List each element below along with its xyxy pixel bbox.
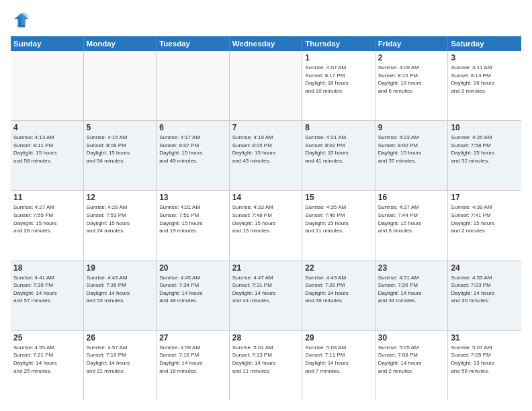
- empty-cell: [230, 51, 303, 120]
- day-cell-28: 28Sunrise: 5:01 AM Sunset: 7:13 PM Dayli…: [230, 331, 303, 400]
- day-info: Sunrise: 4:19 AM Sunset: 8:05 PM Dayligh…: [232, 134, 300, 165]
- day-number: 26: [87, 333, 154, 342]
- day-cell-29: 29Sunrise: 5:03 AM Sunset: 7:11 PM Dayli…: [302, 331, 375, 400]
- day-cell-31: 31Sunrise: 5:07 AM Sunset: 7:05 PM Dayli…: [448, 331, 521, 400]
- day-info: Sunrise: 4:39 AM Sunset: 7:41 PM Dayligh…: [451, 203, 519, 234]
- day-info: Sunrise: 4:15 AM Sunset: 8:09 PM Dayligh…: [87, 134, 154, 165]
- day-number: 27: [159, 333, 226, 342]
- day-number: 13: [159, 193, 226, 202]
- header-day-tuesday: Tuesday: [157, 36, 230, 51]
- day-number: 31: [451, 333, 519, 342]
- day-number: 8: [305, 123, 372, 132]
- day-info: Sunrise: 4:27 AM Sunset: 7:55 PM Dayligh…: [13, 203, 81, 234]
- day-info: Sunrise: 4:23 AM Sunset: 8:00 PM Dayligh…: [378, 134, 445, 165]
- day-cell-23: 23Sunrise: 4:51 AM Sunset: 7:26 PM Dayli…: [375, 261, 449, 330]
- day-info: Sunrise: 4:47 AM Sunset: 7:31 PM Dayligh…: [232, 274, 300, 305]
- week-row-5: 25Sunrise: 4:55 AM Sunset: 7:21 PM Dayli…: [11, 331, 521, 400]
- day-cell-6: 6Sunrise: 4:17 AM Sunset: 8:07 PM Daylig…: [157, 121, 230, 190]
- day-cell-27: 27Sunrise: 4:59 AM Sunset: 7:16 PM Dayli…: [157, 331, 230, 400]
- day-cell-26: 26Sunrise: 4:57 AM Sunset: 7:18 PM Dayli…: [84, 331, 157, 400]
- day-number: 28: [232, 333, 300, 342]
- day-number: 12: [87, 193, 154, 202]
- day-info: Sunrise: 4:29 AM Sunset: 7:53 PM Dayligh…: [87, 203, 154, 234]
- day-cell-20: 20Sunrise: 4:45 AM Sunset: 7:34 PM Dayli…: [157, 261, 230, 330]
- day-cell-24: 24Sunrise: 4:53 AM Sunset: 7:23 PM Dayli…: [448, 261, 521, 330]
- day-number: 23: [378, 263, 445, 273]
- week-row-1: 1Sunrise: 4:07 AM Sunset: 8:17 PM Daylig…: [11, 51, 521, 121]
- day-number: 16: [378, 193, 445, 202]
- day-info: Sunrise: 5:03 AM Sunset: 7:11 PM Dayligh…: [305, 344, 372, 375]
- day-info: Sunrise: 4:53 AM Sunset: 7:23 PM Dayligh…: [451, 274, 519, 305]
- day-info: Sunrise: 4:13 AM Sunset: 8:11 PM Dayligh…: [13, 134, 81, 165]
- day-number: 6: [159, 123, 226, 132]
- day-cell-13: 13Sunrise: 4:31 AM Sunset: 7:51 PM Dayli…: [157, 191, 230, 260]
- day-number: 17: [451, 193, 519, 202]
- day-number: 4: [13, 123, 81, 132]
- header-day-saturday: Saturday: [448, 36, 521, 51]
- day-number: 1: [305, 53, 372, 62]
- day-cell-9: 9Sunrise: 4:23 AM Sunset: 8:00 PM Daylig…: [375, 121, 449, 190]
- day-cell-4: 4Sunrise: 4:13 AM Sunset: 8:11 PM Daylig…: [11, 121, 84, 190]
- day-info: Sunrise: 4:07 AM Sunset: 8:17 PM Dayligh…: [305, 64, 372, 95]
- logo-icon: [11, 11, 30, 30]
- empty-cell: [84, 51, 157, 120]
- day-cell-3: 3Sunrise: 4:11 AM Sunset: 8:13 PM Daylig…: [448, 51, 521, 120]
- day-number: 11: [13, 193, 81, 202]
- day-number: 7: [232, 123, 300, 132]
- header-day-sunday: Sunday: [11, 36, 84, 51]
- day-info: Sunrise: 4:25 AM Sunset: 7:58 PM Dayligh…: [451, 134, 519, 165]
- day-info: Sunrise: 4:17 AM Sunset: 8:07 PM Dayligh…: [159, 134, 226, 165]
- day-info: Sunrise: 4:49 AM Sunset: 7:29 PM Dayligh…: [305, 274, 372, 305]
- day-cell-10: 10Sunrise: 4:25 AM Sunset: 7:58 PM Dayli…: [448, 121, 521, 190]
- day-number: 9: [378, 123, 445, 132]
- day-info: Sunrise: 4:09 AM Sunset: 8:15 PM Dayligh…: [378, 64, 445, 95]
- day-number: 21: [232, 263, 300, 273]
- header-day-wednesday: Wednesday: [230, 36, 303, 51]
- day-cell-17: 17Sunrise: 4:39 AM Sunset: 7:41 PM Dayli…: [448, 191, 521, 260]
- day-info: Sunrise: 4:59 AM Sunset: 7:16 PM Dayligh…: [159, 344, 226, 375]
- logo: [11, 11, 32, 30]
- day-cell-18: 18Sunrise: 4:41 AM Sunset: 7:39 PM Dayli…: [11, 261, 84, 330]
- day-info: Sunrise: 4:11 AM Sunset: 8:13 PM Dayligh…: [451, 64, 519, 95]
- calendar: SundayMondayTuesdayWednesdayThursdayFrid…: [11, 36, 521, 400]
- day-number: 10: [451, 123, 519, 132]
- day-info: Sunrise: 4:43 AM Sunset: 7:36 PM Dayligh…: [87, 274, 154, 305]
- day-info: Sunrise: 4:55 AM Sunset: 7:21 PM Dayligh…: [13, 344, 81, 375]
- day-cell-15: 15Sunrise: 4:35 AM Sunset: 7:46 PM Dayli…: [302, 191, 375, 260]
- day-info: Sunrise: 4:35 AM Sunset: 7:46 PM Dayligh…: [305, 203, 372, 234]
- day-number: 25: [13, 333, 81, 342]
- day-number: 24: [451, 263, 519, 273]
- day-info: Sunrise: 4:33 AM Sunset: 7:48 PM Dayligh…: [232, 203, 300, 234]
- calendar-body: 1Sunrise: 4:07 AM Sunset: 8:17 PM Daylig…: [11, 51, 521, 400]
- day-cell-19: 19Sunrise: 4:43 AM Sunset: 7:36 PM Dayli…: [84, 261, 157, 330]
- day-number: 22: [305, 263, 372, 273]
- day-info: Sunrise: 4:57 AM Sunset: 7:18 PM Dayligh…: [87, 344, 154, 375]
- day-info: Sunrise: 5:01 AM Sunset: 7:13 PM Dayligh…: [232, 344, 300, 375]
- day-number: 18: [13, 263, 81, 273]
- day-cell-7: 7Sunrise: 4:19 AM Sunset: 8:05 PM Daylig…: [230, 121, 303, 190]
- day-cell-1: 1Sunrise: 4:07 AM Sunset: 8:17 PM Daylig…: [302, 51, 375, 120]
- day-cell-30: 30Sunrise: 5:05 AM Sunset: 7:08 PM Dayli…: [375, 331, 449, 400]
- page: SundayMondayTuesdayWednesdayThursdayFrid…: [0, 0, 532, 411]
- day-cell-22: 22Sunrise: 4:49 AM Sunset: 7:29 PM Dayli…: [302, 261, 375, 330]
- day-number: 5: [87, 123, 154, 132]
- day-cell-2: 2Sunrise: 4:09 AM Sunset: 8:15 PM Daylig…: [375, 51, 449, 120]
- day-cell-12: 12Sunrise: 4:29 AM Sunset: 7:53 PM Dayli…: [84, 191, 157, 260]
- day-info: Sunrise: 5:05 AM Sunset: 7:08 PM Dayligh…: [378, 344, 445, 375]
- calendar-header: SundayMondayTuesdayWednesdayThursdayFrid…: [11, 36, 521, 51]
- empty-cell: [157, 51, 230, 120]
- header-day-monday: Monday: [84, 36, 157, 51]
- day-number: 30: [378, 333, 445, 342]
- day-cell-11: 11Sunrise: 4:27 AM Sunset: 7:55 PM Dayli…: [11, 191, 84, 260]
- day-info: Sunrise: 4:37 AM Sunset: 7:44 PM Dayligh…: [378, 203, 445, 234]
- header-day-thursday: Thursday: [302, 36, 375, 51]
- day-info: Sunrise: 4:21 AM Sunset: 8:02 PM Dayligh…: [305, 134, 372, 165]
- day-cell-16: 16Sunrise: 4:37 AM Sunset: 7:44 PM Dayli…: [375, 191, 449, 260]
- day-number: 19: [87, 263, 154, 273]
- day-number: 3: [451, 53, 519, 62]
- day-info: Sunrise: 4:41 AM Sunset: 7:39 PM Dayligh…: [13, 274, 81, 305]
- day-cell-21: 21Sunrise: 4:47 AM Sunset: 7:31 PM Dayli…: [230, 261, 303, 330]
- day-cell-5: 5Sunrise: 4:15 AM Sunset: 8:09 PM Daylig…: [84, 121, 157, 190]
- day-number: 29: [305, 333, 372, 342]
- empty-cell: [11, 51, 84, 120]
